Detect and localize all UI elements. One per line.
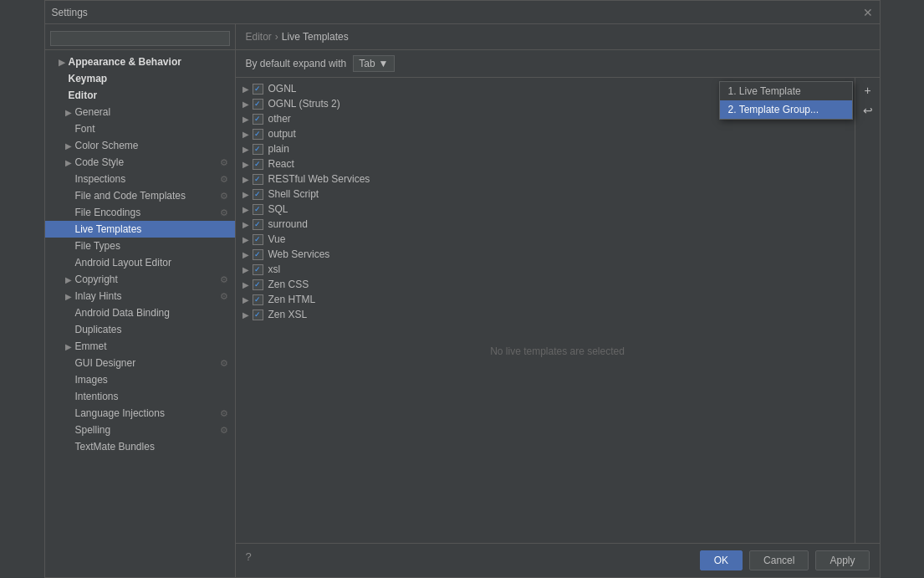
breadcrumb-current: Live Templates <box>282 31 349 43</box>
settings-sidebar: ▶Appearance & Behavior▶Keymap▶Editor▶Gen… <box>45 24 236 577</box>
group-name: RESTful Web Services <box>268 173 370 185</box>
group-checkbox[interactable]: ✓ <box>253 279 263 290</box>
sidebar-item-general[interactable]: ▶General <box>45 104 235 120</box>
arrow-icon: ▶ <box>65 141 72 151</box>
group-checkbox[interactable]: ✓ <box>253 144 263 155</box>
group-checkbox[interactable]: ✓ <box>253 99 263 110</box>
template-group-item[interactable]: ▶ ✓ RESTful Web Services <box>236 171 855 187</box>
template-group-item[interactable]: ▶ ✓ SQL <box>236 202 855 217</box>
sidebar-item-images[interactable]: ▶Images <box>45 371 235 388</box>
expand-value: Tab <box>359 58 375 69</box>
templates-list: ▶ ✓ OGNL ▶ ✓ OGNL (Struts 2) ▶ ✓ other ▶… <box>236 78 855 543</box>
gear-icon: ⚙ <box>220 274 228 285</box>
sidebar-item-label: Appearance & Behavior <box>69 56 181 68</box>
sidebar-item-label: Inlay Hints <box>75 290 122 302</box>
group-checkbox[interactable]: ✓ <box>253 189 263 200</box>
panel-header: Editor › Live Templates <box>236 24 880 50</box>
help-icon[interactable]: ? <box>246 550 252 570</box>
sidebar-item-label: GUI Designer <box>75 357 136 369</box>
template-group-item[interactable]: ▶ ✓ Zen HTML <box>236 292 855 307</box>
template-group-item[interactable]: ▶ ✓ output <box>236 126 855 141</box>
sidebar-item-code-style[interactable]: ▶Code Style⚙ <box>45 154 235 171</box>
sidebar-item-live-templates[interactable]: ▶Live Templates <box>45 221 235 238</box>
sidebar-item-android-data-binding[interactable]: ▶Android Data Binding <box>45 304 235 321</box>
ok-button[interactable]: OK <box>700 550 743 570</box>
sidebar-item-label: Duplicates <box>75 324 122 335</box>
group-checkbox[interactable]: ✓ <box>253 114 263 125</box>
sidebar-item-appearance[interactable]: ▶Appearance & Behavior <box>45 54 235 70</box>
group-checkbox[interactable]: ✓ <box>253 159 263 170</box>
sidebar-item-font[interactable]: ▶Font <box>45 120 235 137</box>
sidebar-item-file-types[interactable]: ▶File Types <box>45 238 235 254</box>
add-button[interactable]: + <box>859 81 877 100</box>
group-name: output <box>268 128 296 140</box>
sidebar-item-keymap[interactable]: ▶Keymap <box>45 70 235 87</box>
group-checkbox[interactable]: ✓ <box>253 234 263 245</box>
sidebar-item-label: Editor <box>69 90 98 101</box>
expand-arrow-icon: ▶ <box>242 100 249 109</box>
template-group-item[interactable]: ▶ ✓ Shell Script <box>236 187 855 202</box>
group-checkbox[interactable]: ✓ <box>253 84 263 95</box>
sidebar-item-file-and-code-templates[interactable]: ▶File and Code Templates⚙ <box>45 187 235 204</box>
group-checkbox[interactable]: ✓ <box>253 249 263 260</box>
template-group-item[interactable]: ▶ ✓ React <box>236 156 855 171</box>
group-name: plain <box>268 143 289 155</box>
arrow-icon: ▶ <box>65 292 72 301</box>
group-name: React <box>268 158 294 170</box>
sidebar-item-duplicates[interactable]: ▶Duplicates <box>45 321 235 338</box>
group-checkbox[interactable]: ✓ <box>253 294 263 305</box>
group-name: Zen XSL <box>268 309 308 320</box>
dropdown-item[interactable]: 1. Live Template <box>720 82 852 100</box>
expand-arrow-icon: ▶ <box>242 115 249 124</box>
sidebar-item-label: Emmet <box>75 340 107 352</box>
group-name: Zen HTML <box>268 294 316 305</box>
expand-arrow-icon: ▶ <box>242 190 249 199</box>
sidebar-item-label: TextMate Bundles <box>75 441 155 453</box>
template-group-item[interactable]: ▶ ✓ xsl <box>236 262 855 277</box>
gear-icon: ⚙ <box>220 207 228 218</box>
sidebar-item-emmet[interactable]: ▶Emmet <box>45 338 235 355</box>
sidebar-item-inlay-hints[interactable]: ▶Inlay Hints⚙ <box>45 288 235 304</box>
sidebar-item-intentions[interactable]: ▶Intentions <box>45 388 235 405</box>
sidebar-item-color-scheme[interactable]: ▶Color Scheme <box>45 137 235 154</box>
sidebar-item-inspections[interactable]: ▶Inspections⚙ <box>45 171 235 187</box>
gear-icon: ⚙ <box>220 157 228 168</box>
group-checkbox[interactable]: ✓ <box>253 174 263 185</box>
sidebar-item-editor[interactable]: ▶Editor <box>45 87 235 104</box>
template-group-item[interactable]: ▶ ✓ plain <box>236 141 855 156</box>
sidebar-item-spelling[interactable]: ▶Spelling⚙ <box>45 422 235 438</box>
group-checkbox[interactable]: ✓ <box>253 309 263 320</box>
close-button[interactable]: ✕ <box>863 6 873 19</box>
template-group-item[interactable]: ▶ ✓ Zen CSS <box>236 277 855 292</box>
group-checkbox[interactable]: ✓ <box>253 129 263 140</box>
sidebar-item-copyright[interactable]: ▶Copyright⚙ <box>45 271 235 288</box>
sidebar-item-textmate-bundles[interactable]: ▶TextMate Bundles <box>45 438 235 455</box>
group-checkbox[interactable]: ✓ <box>253 264 263 275</box>
template-group-item[interactable]: ▶ ✓ surround <box>236 217 855 232</box>
undo-button[interactable]: ↩ <box>859 101 877 120</box>
sidebar-item-language-injections[interactable]: ▶Language Injections⚙ <box>45 405 235 422</box>
expand-arrow-icon: ▶ <box>242 205 249 214</box>
undo-icon: ↩ <box>863 104 873 117</box>
sidebar-item-file-encodings[interactable]: ▶File Encodings⚙ <box>45 204 235 221</box>
sidebar-item-gui-designer[interactable]: ▶GUI Designer⚙ <box>45 355 235 371</box>
dropdown-item[interactable]: 2. Template Group... <box>720 100 852 119</box>
expand-arrow-icon: ▶ <box>242 310 249 320</box>
cancel-button[interactable]: Cancel <box>749 550 809 570</box>
apply-button[interactable]: Apply <box>815 550 869 570</box>
templates-list-area: ▶ ✓ OGNL ▶ ✓ OGNL (Struts 2) ▶ ✓ other ▶… <box>236 78 880 543</box>
template-group-item[interactable]: ▶ ✓ Zen XSL <box>236 307 855 322</box>
sidebar-item-label: Inspections <box>75 173 126 185</box>
expand-label: By default expand with <box>246 58 347 69</box>
group-checkbox[interactable]: ✓ <box>253 204 263 215</box>
group-name: Zen CSS <box>268 279 309 290</box>
breadcrumb-separator: › <box>275 31 278 43</box>
search-input[interactable] <box>50 31 230 46</box>
template-group-item[interactable]: ▶ ✓ Vue <box>236 232 855 247</box>
sidebar-item-label: Images <box>75 374 108 386</box>
sidebar-search-area <box>45 28 235 50</box>
sidebar-item-android-layout-editor[interactable]: ▶Android Layout Editor <box>45 254 235 271</box>
group-checkbox[interactable]: ✓ <box>253 219 263 230</box>
expand-select[interactable]: Tab ▼ <box>353 55 394 72</box>
template-group-item[interactable]: ▶ ✓ Web Services <box>236 247 855 262</box>
